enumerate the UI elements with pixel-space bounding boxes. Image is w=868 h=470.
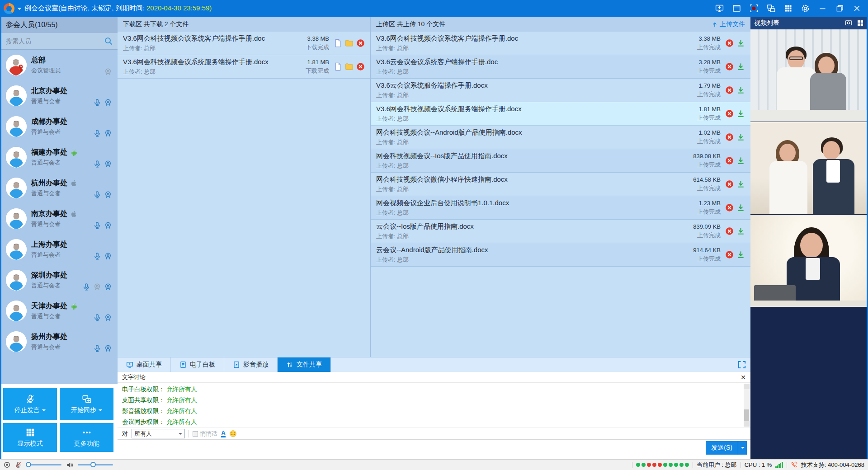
delete-icon[interactable]	[356, 62, 365, 71]
speaker-volume-slider[interactable]	[78, 464, 113, 465]
停止发言-button[interactable]: 停止发言	[3, 388, 57, 420]
更多功能-button[interactable]: 更多功能	[60, 423, 113, 452]
mic-muted-icon[interactable]	[15, 461, 22, 468]
upload-file-row[interactable]: 云会议--Android版产品使用指南.docx 上传者: 总部 914.64 …	[371, 243, 750, 267]
folder-icon[interactable]	[345, 62, 354, 71]
video-monitor-icon[interactable]	[844, 19, 853, 27]
download-icon[interactable]	[736, 250, 745, 259]
download-icon[interactable]	[736, 180, 745, 188]
record-icon[interactable]	[747, 3, 760, 14]
send-options-caret[interactable]	[738, 441, 747, 455]
camera-icon[interactable]	[104, 344, 112, 352]
close-icon[interactable]	[850, 3, 863, 14]
upload-file-row[interactable]: 网会科技视频会议--Ios版产品使用指南.docx 上传者: 总部 839.08…	[371, 149, 750, 173]
delete-icon[interactable]	[725, 109, 734, 118]
file-icon[interactable]	[334, 39, 342, 47]
camera-icon[interactable]	[104, 283, 112, 291]
upload-file-button[interactable]: 上传文件	[712, 20, 745, 28]
close-chat-icon[interactable]: ✕	[741, 374, 746, 381]
participant-row[interactable]: 北京办事处 普通与会者	[1, 80, 118, 111]
speaker-icon[interactable]	[66, 461, 73, 469]
mic-icon[interactable]	[93, 160, 101, 168]
upload-file-row[interactable]: 网会科技视频会议--Android版产品使用指南.docx 上传者: 总部 1.…	[371, 126, 750, 149]
participant-row[interactable]: 扬州办事处 普通与会者	[1, 326, 118, 357]
fullscreen-icon[interactable]	[738, 361, 746, 369]
participant-row[interactable]: 杭州办事处 普通与会者	[1, 173, 118, 203]
chevron-down-icon[interactable]	[17, 8, 22, 12]
download-icon[interactable]	[736, 227, 745, 235]
restore-icon[interactable]	[833, 3, 846, 14]
mic-icon[interactable]	[93, 252, 101, 260]
search-input[interactable]	[6, 38, 104, 45]
chat-scrollbar[interactable]	[744, 384, 750, 427]
video-thumbnail-1[interactable]	[750, 29, 868, 122]
minimize-icon[interactable]	[816, 3, 829, 14]
participant-row[interactable]: 南京办事处 普通与会者	[1, 203, 118, 234]
font-color-icon[interactable]: A	[221, 430, 226, 437]
mic-icon[interactable]	[93, 314, 101, 322]
mic-volume-slider[interactable]	[26, 464, 61, 465]
download-icon[interactable]	[736, 156, 745, 165]
participant-row[interactable]: 深圳办事处 普通与会者	[1, 265, 118, 296]
显示模式-button[interactable]: 显示模式	[3, 423, 57, 452]
delete-icon[interactable]	[725, 250, 734, 259]
settings-icon[interactable]	[798, 3, 812, 14]
mic-icon[interactable]	[82, 283, 90, 291]
delete-icon[interactable]	[725, 86, 734, 94]
search-icon[interactable]	[104, 37, 113, 46]
delete-icon[interactable]	[725, 156, 734, 165]
camera-icon[interactable]	[104, 191, 112, 199]
recipient-select[interactable]: 所有人	[132, 429, 185, 438]
delete-icon[interactable]	[725, 133, 734, 141]
video-thumbnail-2[interactable]	[750, 122, 868, 215]
participant-row[interactable]: 天津办事处 普通与会者	[1, 296, 118, 326]
participant-row[interactable]: 上海办事处 普通与会者	[1, 234, 118, 265]
delete-icon[interactable]	[725, 62, 734, 71]
window-icon[interactable]	[730, 3, 743, 14]
send-button[interactable]: 发送(S)	[706, 441, 747, 455]
download-icon[interactable]	[736, 62, 745, 71]
emoji-icon[interactable]	[229, 430, 237, 437]
mic-icon[interactable]	[93, 129, 101, 137]
download-file-row[interactable]: V3.6网会科技视频会议系统客户端操作手册.doc 上传者: 总部 3.38 M…	[118, 32, 370, 55]
download-file-row[interactable]: V3.6网会科技视频会议系统服务端操作手册.docx 上传者: 总部 1.81 …	[118, 55, 370, 79]
delete-icon[interactable]	[725, 180, 734, 188]
upload-file-row[interactable]: 网会科技视频会议微信小程序快速指南.docx 上传者: 总部 614.58 KB…	[371, 173, 750, 196]
camera-icon[interactable]	[104, 99, 112, 107]
delete-icon[interactable]	[725, 39, 734, 47]
delete-icon[interactable]	[725, 227, 734, 235]
tab-电子白板[interactable]: 电子白板	[171, 357, 224, 372]
delete-icon[interactable]	[356, 39, 365, 47]
video-grid-icon[interactable]	[856, 19, 864, 27]
delete-icon[interactable]	[725, 203, 734, 212]
mic-icon[interactable]	[93, 221, 101, 230]
camera-off-icon[interactable]	[93, 283, 101, 291]
tab-影音播放[interactable]: 影音播放	[224, 357, 278, 372]
mic-icon[interactable]	[93, 99, 101, 107]
mic-icon[interactable]	[93, 344, 101, 352]
participant-row[interactable]: 成都办事处 普通与会者	[1, 111, 118, 142]
camera-off-icon[interactable]	[104, 68, 112, 76]
participant-row[interactable]: 总部 会议管理员	[1, 50, 118, 80]
record-dot-icon[interactable]	[4, 461, 10, 468]
upload-file-row[interactable]: V3.6云会议会议系统客户端操作手册.doc 上传者: 总部 3.28 MB 上…	[371, 55, 750, 79]
upload-file-row[interactable]: V3.6网会科技视频会议系统客户端操作手册.doc 上传者: 总部 3.38 M…	[371, 32, 750, 55]
download-icon[interactable]	[736, 133, 745, 141]
download-icon[interactable]	[736, 39, 745, 47]
tab-文件共享[interactable]: 文件共享	[278, 357, 331, 372]
camera-icon[interactable]	[104, 252, 112, 260]
开始同步-button[interactable]: 开始同步	[60, 388, 113, 420]
mic-icon[interactable]	[93, 191, 101, 199]
grid-icon[interactable]	[781, 3, 795, 14]
camera-icon[interactable]	[104, 221, 112, 230]
upload-file-row[interactable]: 云会议--Ios版产品使用指南.docx 上传者: 总部 839.09 KB 上…	[371, 220, 750, 243]
download-icon[interactable]	[736, 109, 745, 118]
file-icon[interactable]	[334, 62, 342, 71]
participant-row[interactable]: 福建办事处 普通与会者	[1, 142, 118, 173]
folder-icon[interactable]	[345, 39, 354, 47]
camera-icon[interactable]	[104, 160, 112, 168]
upload-file-row[interactable]: 网会视频会议企业后台使用说明书1.0.1.docx 上传者: 总部 1.23 M…	[371, 196, 750, 220]
video-thumbnail-3[interactable]	[750, 215, 868, 307]
upload-file-row[interactable]: V3.6网会科技视频会议系统服务端操作手册.docx 上传者: 总部 1.81 …	[371, 102, 750, 126]
search-box[interactable]	[1, 33, 118, 50]
